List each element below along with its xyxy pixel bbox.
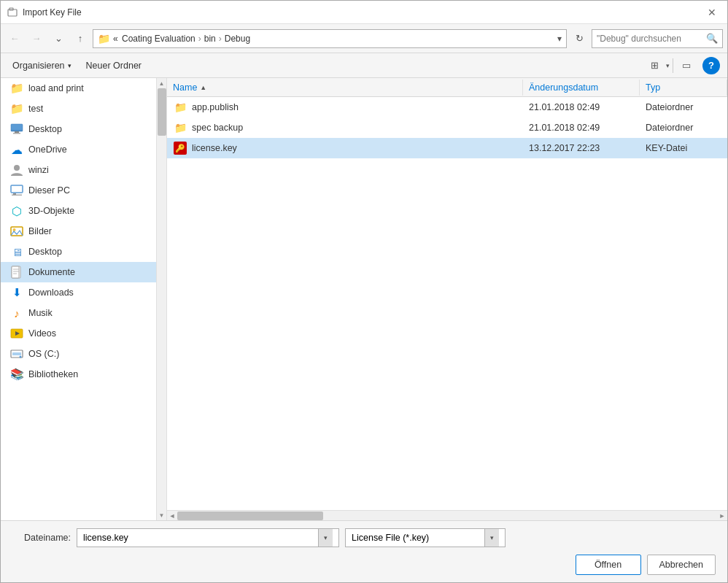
bottom-bar: Dateiname: ▾ License File (*.key) ▾ Öffn… bbox=[1, 520, 727, 582]
sidebar-item-onedrive[interactable]: ☁ OneDrive bbox=[1, 139, 156, 160]
sidebar-label-load-and-print: load and print bbox=[28, 83, 84, 93]
svg-rect-7 bbox=[11, 185, 23, 193]
sidebar-label-desktop-main: Desktop bbox=[28, 124, 62, 134]
file-row-spec-backup[interactable]: 📁 spec backup 21.01.2018 02:49 Dateiordn… bbox=[167, 117, 727, 138]
sidebar-item-bibliotheken[interactable]: 📚 Bibliotheken bbox=[1, 364, 156, 385]
sidebar-label-musik: Musik bbox=[28, 308, 53, 318]
breadcrumb-part-1: « bbox=[113, 34, 120, 44]
sidebar-scroll-down[interactable]: ▼ bbox=[157, 510, 166, 520]
sidebar-item-dieser-pc[interactable]: Dieser PC bbox=[1, 180, 156, 201]
sidebar-item-load-and-print[interactable]: 📁 load and print bbox=[1, 78, 156, 99]
sidebar-item-desktop-sub[interactable]: 🖥 Desktop bbox=[1, 242, 156, 262]
sidebar-label-downloads: Downloads bbox=[28, 287, 74, 298]
close-button[interactable]: ✕ bbox=[702, 3, 721, 22]
help-button[interactable]: ? bbox=[702, 57, 720, 74]
preview-pane-button[interactable]: ▭ bbox=[676, 57, 697, 74]
horizontal-scrollbar: ◄ ► bbox=[167, 510, 727, 520]
filename-row: Dateiname: ▾ License File (*.key) ▾ bbox=[12, 528, 716, 547]
sidebar-item-test[interactable]: 📁 test bbox=[1, 99, 156, 119]
new-folder-label: Neuer Ordner bbox=[86, 61, 142, 71]
address-dropdown-arrow[interactable]: ▾ bbox=[557, 34, 562, 44]
address-bar[interactable]: 📁 « Coating Evaluation › bin › Debug ▾ bbox=[93, 29, 567, 48]
file-row-license-key[interactable]: 🔑 license.key 13.12.2017 22:23 KEY-Datei bbox=[167, 138, 727, 158]
sidebar-item-videos[interactable]: Videos bbox=[1, 323, 156, 344]
hscroll-right-arrow[interactable]: ► bbox=[717, 512, 727, 520]
file-name-license-key: 🔑 license.key bbox=[167, 139, 523, 157]
address-toolbar: ← → ⌄ ↑ 📁 « Coating Evaluation › bin › D… bbox=[1, 24, 727, 53]
sidebar-label-3d-objekte: 3D-Objekte bbox=[28, 206, 74, 216]
sidebar-item-desktop-main[interactable]: Desktop bbox=[1, 119, 156, 139]
sidebar-item-dokumente[interactable]: Dokumente bbox=[1, 262, 156, 282]
main-content: 📁 load and print 📁 test Desktop ☁ OneDri… bbox=[1, 78, 727, 520]
dokumente-icon bbox=[9, 265, 24, 279]
sidebar-scroll-up[interactable]: ▲ bbox=[157, 78, 166, 88]
address-folder-icon: 📁 bbox=[98, 33, 110, 45]
sidebar-label-videos: Videos bbox=[28, 328, 56, 339]
svg-rect-13 bbox=[12, 266, 19, 278]
open-button[interactable]: Öffnen bbox=[576, 555, 641, 575]
forward-button[interactable]: → bbox=[27, 29, 46, 48]
svg-rect-3 bbox=[11, 130, 23, 131]
bilder-icon bbox=[9, 224, 24, 239]
file-type-app-publish: Dateiordner bbox=[640, 101, 727, 114]
sidebar-item-winzi[interactable]: winzi bbox=[1, 160, 156, 180]
view-dropdown-arrow[interactable]: ▾ bbox=[666, 62, 670, 69]
refresh-button[interactable]: ↻ bbox=[570, 29, 589, 48]
filename-label: Dateiname: bbox=[12, 533, 71, 543]
back-button[interactable]: ← bbox=[5, 29, 24, 48]
sidebar-label-test: test bbox=[28, 104, 43, 114]
file-area: Name ▲ Änderungsdatum Typ 📁 app.publish bbox=[167, 78, 727, 520]
sidebar-scrollbar: ▲ ▼ bbox=[156, 78, 166, 520]
new-folder-button[interactable]: Neuer Ordner bbox=[82, 59, 146, 72]
file-list-header: Name ▲ Änderungsdatum Typ bbox=[167, 78, 727, 97]
organize-label: Organisieren bbox=[12, 61, 65, 71]
sidebar-item-musik[interactable]: ♪ Musik bbox=[1, 303, 156, 323]
breadcrumb-coating: Coating Evaluation bbox=[122, 34, 195, 44]
file-name-app-publish: 📁 app.publish bbox=[167, 99, 523, 116]
view-grid-button[interactable]: ⊞ bbox=[644, 57, 665, 74]
sidebar-items: 📁 load and print 📁 test Desktop ☁ OneDri… bbox=[1, 78, 156, 520]
sidebar-item-downloads[interactable]: ⬇ Downloads bbox=[1, 282, 156, 303]
user-icon bbox=[9, 163, 24, 177]
file-row-app-publish[interactable]: 📁 app.publish 21.01.2018 02:49 Dateiordn… bbox=[167, 97, 727, 117]
filename-input-wrapper: ▾ bbox=[77, 528, 339, 547]
filetype-dropdown-arrow[interactable]: ▾ bbox=[484, 529, 499, 547]
dropdown-history-button[interactable]: ⌄ bbox=[49, 29, 68, 48]
sidebar-item-3d-objekte[interactable]: ⬡ 3D-Objekte bbox=[1, 201, 156, 221]
file-date-spec-backup: 21.01.2018 02:49 bbox=[523, 121, 640, 134]
musik-icon: ♪ bbox=[9, 306, 24, 320]
key-icon-red: 🔑 bbox=[174, 142, 187, 155]
sidebar-scroll-thumb[interactable] bbox=[158, 88, 166, 136]
file-date-app-publish: 21.01.2018 02:49 bbox=[523, 101, 640, 114]
file-name-spec-backup: 📁 spec backup bbox=[167, 119, 523, 136]
folder-icon: 📁 bbox=[9, 81, 24, 96]
actionbar: Organisieren ▾ Neuer Ordner ⊞ ▾ ▭ ? bbox=[1, 53, 727, 78]
search-input[interactable] bbox=[597, 34, 706, 44]
col-header-date[interactable]: Änderungsdatum bbox=[523, 80, 640, 96]
hscroll-thumb[interactable] bbox=[177, 511, 323, 520]
sidebar-label-dokumente: Dokumente bbox=[28, 267, 75, 277]
sidebar-label-winzi: winzi bbox=[28, 165, 49, 175]
filename-dropdown-button[interactable]: ▾ bbox=[318, 529, 333, 547]
breadcrumb-sep-1: › bbox=[198, 34, 201, 44]
filename-input[interactable] bbox=[83, 533, 318, 543]
col-header-name[interactable]: Name ▲ bbox=[167, 80, 523, 96]
buttons-row: Öffnen Abbrechen bbox=[12, 555, 716, 575]
filetype-select[interactable]: License File (*.key) ▾ bbox=[345, 528, 506, 547]
filetype-label: License File (*.key) bbox=[352, 533, 429, 543]
cancel-button[interactable]: Abbrechen bbox=[647, 555, 716, 575]
sidebar-label-onedrive: OneDrive bbox=[28, 144, 67, 155]
organize-button[interactable]: Organisieren ▾ bbox=[8, 59, 76, 72]
sidebar-item-os-c[interactable]: OS (C:) bbox=[1, 344, 156, 364]
svg-point-11 bbox=[13, 228, 16, 231]
sidebar-label-bilder: Bilder bbox=[28, 226, 52, 236]
up-button[interactable]: ↑ bbox=[71, 29, 90, 48]
search-box: 🔍 bbox=[592, 29, 723, 48]
hscroll-left-arrow[interactable]: ◄ bbox=[167, 512, 177, 520]
col-header-type[interactable]: Typ bbox=[640, 80, 727, 96]
breadcrumb-debug: Debug bbox=[225, 34, 250, 44]
hscroll-track[interactable] bbox=[177, 511, 717, 521]
breadcrumb: « Coating Evaluation › bin › Debug bbox=[113, 34, 554, 44]
folder-icon-spec-backup: 📁 bbox=[173, 120, 187, 135]
sidebar-item-bilder[interactable]: Bilder bbox=[1, 221, 156, 242]
